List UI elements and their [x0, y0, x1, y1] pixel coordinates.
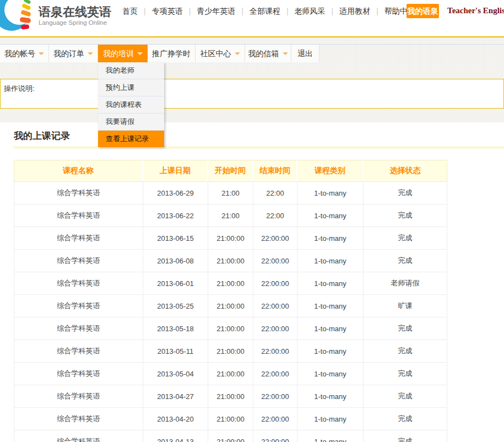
status-cell: 完成: [364, 227, 447, 250]
user-nav-item-label: 社区中心: [200, 49, 231, 58]
status-cell: 完成: [364, 317, 447, 340]
cell: 综合学科英语: [14, 250, 143, 272]
cell: 22:00: [253, 182, 297, 204]
table-row: 综合学科英语2013-04-2021:00:0022:00:001-to-man…: [14, 408, 447, 430]
nav-separator: |: [332, 7, 334, 15]
cell: 综合学科英语: [14, 363, 143, 385]
dropdown-item-0[interactable]: 我的老师: [98, 62, 164, 79]
dropdown-item-1[interactable]: 预约上课: [98, 79, 164, 96]
cell: 1-to-many: [297, 227, 364, 250]
records-table: 课程名称上课日期开始时间结束时间课程类别选择状态 综合学科英语2013-06-2…: [14, 160, 447, 442]
cell: 2013-05-18: [143, 317, 208, 340]
background-strip: [0, 37, 504, 44]
column-header-1: 上课日期: [143, 160, 208, 182]
chevron-down-icon: [235, 52, 240, 55]
user-nav-item-4[interactable]: 社区中心: [196, 45, 245, 62]
main-nav: 首页|专项英语|青少年英语|全部课程|老师风采|适用教材|帮助中心: [118, 7, 419, 17]
status-cell: 完成: [364, 204, 447, 227]
cell: 21:00: [208, 204, 253, 227]
cell: 1-to-many: [297, 363, 364, 385]
status-cell: 完成: [364, 250, 447, 272]
cell: 22:00:00: [253, 363, 297, 385]
cell: 22:00:00: [253, 430, 297, 442]
status-cell: 完成: [364, 182, 447, 204]
main-nav-item-5[interactable]: 适用教材: [339, 7, 370, 15]
column-header-5: 选择状态: [364, 160, 447, 182]
logo[interactable]: 语泉在线英语 Language Spring Online: [0, 0, 110, 33]
cell: 1-to-many: [297, 340, 364, 363]
teacher-site-link[interactable]: Teacher's English Site: [447, 6, 504, 15]
user-nav-item-3[interactable]: 推广挣学时: [148, 45, 196, 62]
chevron-down-icon: [283, 52, 288, 55]
user-nav-item-1[interactable]: 我的订单: [49, 45, 98, 62]
cell: 22:00: [253, 204, 297, 227]
chevron-down-icon: [39, 52, 44, 55]
cell: 综合学科英语: [14, 317, 143, 340]
cell: 1-to-many: [297, 272, 364, 295]
cell: 2013-06-08: [143, 250, 208, 272]
table-row: 综合学科英语2013-06-2921:0022:001-to-many完成: [14, 182, 447, 204]
cell: 1-to-many: [297, 385, 364, 408]
cell: 1-to-many: [297, 430, 364, 442]
cell: 22:00:00: [253, 408, 297, 430]
dropdown-item-2[interactable]: 我的课程表: [98, 96, 164, 114]
user-nav-item-0[interactable]: 我的帐号: [0, 45, 49, 62]
cell: 22:00:00: [253, 272, 297, 295]
table-row: 综合学科英语2013-06-2221:0022:001-to-many完成: [14, 204, 447, 227]
cell: 21:00:00: [208, 317, 253, 340]
table-row: 综合学科英语2013-06-0121:00:0022:00:001-to-man…: [14, 272, 447, 295]
user-nav-item-label: 退出: [297, 49, 313, 58]
status-cell: 完成: [364, 408, 447, 430]
cell: 综合学科英语: [14, 295, 143, 317]
cell: 综合学科英语: [14, 204, 143, 227]
user-nav-item-label: 我的信箱: [248, 49, 279, 58]
dropdown-item-4[interactable]: 查看上课记录: [98, 131, 164, 147]
main-nav-item-1[interactable]: 专项英语: [152, 7, 183, 15]
main-nav-item-4[interactable]: 老师风采: [295, 7, 326, 15]
main-nav-item-2[interactable]: 青少年英语: [197, 7, 235, 15]
table-header-row: 课程名称上课日期开始时间结束时间课程类别选择状态: [14, 160, 447, 182]
user-nav-item-2[interactable]: 我的培训: [98, 45, 148, 62]
cell: 2013-06-01: [143, 272, 208, 295]
user-nav-item-5[interactable]: 我的信箱: [245, 45, 291, 62]
column-header-0: 课程名称: [14, 160, 143, 182]
page-title: 我的上课记录: [0, 122, 504, 142]
my-yuquan-button[interactable]: 我的语泉: [407, 4, 439, 18]
column-header-4: 课程类别: [297, 160, 364, 182]
user-nav-item-label: 我的订单: [53, 49, 84, 58]
column-header-3: 结束时间: [253, 160, 297, 182]
cell: 综合学科英语: [14, 408, 143, 430]
status-cell: 老师请假: [364, 272, 447, 295]
cell: 1-to-many: [297, 408, 364, 430]
cell: 21:00:00: [208, 295, 253, 317]
user-nav-item-label: 我的培训: [103, 49, 134, 58]
cell: 22:00:00: [253, 340, 297, 363]
nav-separator: |: [144, 7, 146, 15]
table-row: 综合学科英语2013-05-1821:00:0022:00:001-to-man…: [14, 317, 447, 340]
cell: 21:00:00: [208, 227, 253, 250]
table-body: 综合学科英语2013-06-2921:0022:001-to-many完成综合学…: [14, 182, 447, 442]
cell: 2013-06-22: [143, 204, 208, 227]
cell: 2013-05-04: [143, 363, 208, 385]
instructions-box: 操作说明:: [0, 79, 504, 109]
main-nav-item-3[interactable]: 全部课程: [250, 7, 280, 15]
dropdown-item-3[interactable]: 我要请假: [98, 114, 164, 131]
cell: 22:00:00: [253, 385, 297, 408]
cell: 2013-04-20: [143, 408, 208, 430]
cell: 2013-04-13: [143, 430, 208, 442]
nav-separator: |: [376, 7, 378, 15]
status-cell: 完成: [364, 430, 447, 442]
nav-separator: |: [286, 7, 289, 15]
cell: 综合学科英语: [14, 385, 143, 408]
cell: 21:00:00: [208, 385, 253, 408]
cell: 21:00:00: [208, 272, 253, 295]
cell: 综合学科英语: [14, 340, 143, 363]
cell: 综合学科英语: [14, 182, 143, 204]
content-area: 我的上课记录 课程名称上课日期开始时间结束时间课程类别选择状态 综合学科英语20…: [0, 122, 504, 442]
user-nav: 我的帐号我的订单我的培训推广挣学时社区中心我的信箱退出: [0, 45, 504, 62]
main-nav-item-0[interactable]: 首页: [122, 7, 138, 15]
user-nav-item-label: 我的帐号: [4, 49, 35, 58]
background-strip: [0, 109, 504, 122]
user-nav-item-6[interactable]: 退出: [291, 45, 319, 62]
user-nav-item-label: 推广挣学时: [152, 49, 191, 58]
